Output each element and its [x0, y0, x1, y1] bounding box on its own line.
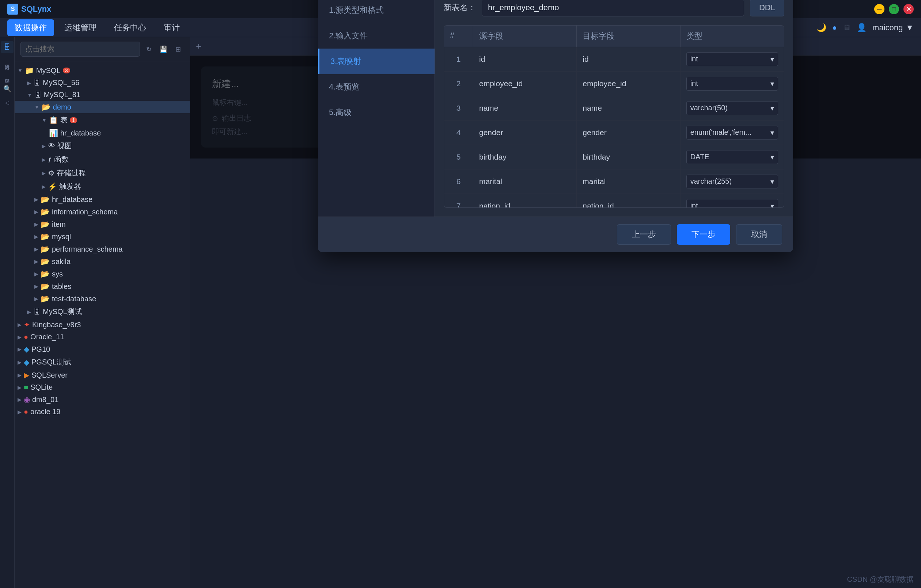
tree-node-mysql-db[interactable]: ▶ 📂 mysql [15, 231, 190, 243]
cell-num: 7 [444, 194, 473, 208]
toggle-icon[interactable]: ● [832, 23, 837, 32]
step-4[interactable]: 4.表预览 [318, 74, 434, 100]
window-controls: ─ □ ✕ [874, 4, 914, 14]
menu-audit[interactable]: 审计 [156, 19, 187, 36]
db-icon: ƒ [48, 155, 52, 164]
next-button[interactable]: 下一步 [677, 224, 730, 245]
menu-task-center[interactable]: 任务中心 [107, 19, 153, 36]
type-select-4[interactable]: enum('male','fem... ▾ [687, 126, 778, 140]
expand-icon: ▶ [42, 184, 46, 190]
tree-node-mysql[interactable]: ▼ 📁 MySQL 3 [15, 64, 190, 77]
cancel-button[interactable]: 取消 [736, 224, 782, 245]
cell-type[interactable]: int ▾ [680, 194, 784, 208]
chevron-down-icon: ▾ [770, 128, 774, 137]
db-icon: 📊 [49, 128, 58, 137]
close-button[interactable]: ✕ [903, 4, 914, 14]
cell-type[interactable]: varchar(50) ▾ [680, 96, 784, 120]
type-select-6[interactable]: varchar(255) ▾ [687, 175, 778, 188]
cell-type[interactable]: DATE ▾ [680, 145, 784, 169]
sidebar-icon-database[interactable]: 🗄 [1, 41, 13, 53]
main-layout: 🗄 历史记录 保存 🔍 ◁ ↻ 💾 ⊞ ▼ 📁 MySQL 3 [0, 37, 921, 588]
node-label: 函数 [54, 154, 69, 164]
tree-node-sys[interactable]: ▶ 📂 sys [15, 268, 190, 280]
tree-node-views[interactable]: ▶ 👁 视图 [15, 139, 190, 153]
tree-node-sqlite[interactable]: ▶ ■ SQLite [15, 381, 190, 393]
tree-node-functions[interactable]: ▶ ƒ 函数 [15, 153, 190, 166]
tree-node-mysql-test[interactable]: ▶ 🗄 MySQL测试 [15, 305, 190, 318]
monitor-icon: 🖥 [843, 23, 851, 32]
db-icon: ▶ [24, 371, 29, 380]
type-select-2[interactable]: int ▾ [687, 77, 778, 91]
tree-node-info-schema[interactable]: ▶ 📂 information_schema [15, 206, 190, 218]
table-name-input[interactable] [482, 0, 744, 16]
tree-node-oracle11[interactable]: ▶ ● Oracle_11 [15, 331, 190, 343]
cell-target: id [577, 47, 680, 71]
step-5[interactable]: 5.高级 [318, 100, 434, 125]
tree-node-sakila[interactable]: ▶ 📂 sakila [15, 255, 190, 268]
menu-ops-management[interactable]: 运维管理 [57, 19, 104, 36]
expand-icon: ▶ [27, 309, 31, 315]
tree-node-perf-schema[interactable]: ▶ 📂 performance_schema [15, 243, 190, 255]
tree-node-triggers[interactable]: ▶ ⚡ 触发器 [15, 180, 190, 193]
cell-type[interactable]: varchar(255) ▾ [680, 169, 784, 193]
cell-type[interactable]: enum('male','fem... ▾ [680, 120, 784, 145]
step-1[interactable]: 1.源类型和格式 [318, 0, 434, 23]
search-input[interactable] [21, 42, 140, 57]
type-value: int [690, 79, 698, 88]
sidebar-icon-save[interactable]: 保存 [1, 69, 13, 81]
expand-icon: ▶ [18, 396, 21, 403]
type-select-1[interactable]: int ▾ [687, 52, 778, 66]
cell-type[interactable]: int ▾ [680, 71, 784, 96]
tree-node-item[interactable]: ▶ 📂 item [15, 218, 190, 231]
add-connection-button[interactable]: ⊞ [172, 44, 184, 55]
tree-node-oracle19[interactable]: ▶ ● oracle 19 [15, 406, 190, 418]
prev-button[interactable]: 上一步 [617, 224, 671, 245]
step-3[interactable]: 3.表映射 [318, 49, 434, 74]
tree-node-tables-db[interactable]: ▶ 📂 tables [15, 280, 190, 292]
type-select-5[interactable]: DATE ▾ [687, 150, 778, 164]
refresh-button[interactable]: ↻ [143, 44, 155, 55]
tree-node-pg10[interactable]: ▶ ◆ PG10 [15, 343, 190, 355]
type-select-3[interactable]: varchar(50) ▾ [687, 101, 778, 115]
db-icon: 📂 [41, 195, 50, 204]
tree-node-procedures[interactable]: ▶ ⚙ 存储过程 [15, 166, 190, 180]
table-row: 3 name name varchar(50) ▾ [444, 96, 784, 120]
menu-data-operations[interactable]: 数据操作 [7, 19, 54, 36]
maximize-button[interactable]: □ [889, 4, 899, 14]
chevron-down-icon: ▾ [770, 55, 774, 63]
tree-node-mysql81[interactable]: ▼ 🗄 MySQL_81 [15, 89, 190, 101]
tree-node-dm8[interactable]: ▶ ◉ dm8_01 [15, 393, 190, 406]
tree-node-pgsql-test[interactable]: ▶ ◆ PGSQL测试 [15, 355, 190, 369]
type-select-7[interactable]: int ▾ [687, 199, 778, 208]
ddl-button[interactable]: DDL [750, 0, 784, 16]
expand-icon: ▶ [34, 221, 38, 227]
sidebar-icon-collapse[interactable]: ◁ [1, 96, 13, 109]
add-tab-button[interactable]: + [196, 41, 202, 52]
tree-node-mysql56[interactable]: ▶ 🗄 MySQL_56 [15, 77, 190, 89]
table-row: 4 gender gender enum('male','fem... ▾ [444, 120, 784, 145]
tree-node-sqlserver[interactable]: ▶ ▶ SQLServer [15, 369, 190, 381]
step-2[interactable]: 2.输入文件 [318, 23, 434, 49]
tree-node-test-db[interactable]: ▶ 📂 test-database [15, 292, 190, 305]
chevron-down-icon: ▾ [770, 177, 774, 186]
expand-icon: ▶ [34, 209, 38, 215]
sidebar-icon-search[interactable]: 🔍 [1, 83, 13, 95]
expand-icon: ▶ [27, 80, 31, 86]
db-icon: ◆ [24, 358, 29, 367]
minimize-button[interactable]: ─ [874, 4, 884, 14]
cell-source: name [473, 96, 577, 120]
tree-node-hr-database[interactable]: ▶ 📂 hr_database [15, 193, 190, 206]
tree-node-hr-table[interactable]: 📊 hr_database [15, 127, 190, 139]
node-label: test-database [52, 295, 96, 303]
user-info[interactable]: maicong ▼ [872, 23, 914, 32]
expand-icon: ▶ [34, 271, 38, 277]
node-label: hr_database [60, 129, 101, 137]
tree-node-kingbase[interactable]: ▶ ✦ Kingbase_v8r3 [15, 318, 190, 331]
tree-node-tables[interactable]: ▼ 📋 表 1 [15, 113, 190, 127]
cell-type[interactable]: int ▾ [680, 47, 784, 71]
db-icon: 📂 [41, 257, 50, 266]
node-label: performance_schema [52, 245, 122, 253]
save-filter-button[interactable]: 💾 [158, 44, 169, 55]
sidebar-icon-history[interactable]: 历史记录 [1, 55, 13, 67]
tree-node-demo[interactable]: ▼ 📂 demo [15, 101, 190, 113]
